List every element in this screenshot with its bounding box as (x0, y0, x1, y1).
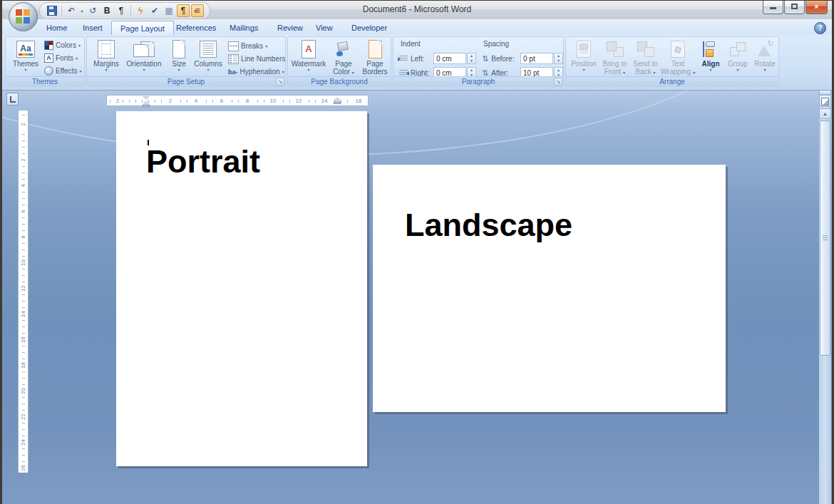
themes-button[interactable]: Aa Themes ▾ (10, 38, 41, 77)
ruler-number: 16 (19, 335, 28, 344)
margins-icon (98, 38, 115, 60)
tab-references[interactable]: References (168, 21, 225, 35)
line-numbers-button[interactable]: Line Numbers▾ (228, 53, 289, 65)
scrollbar-thumb[interactable] (820, 120, 830, 356)
undo-button[interactable]: ↶ (65, 4, 78, 17)
right-indent-marker-base[interactable] (334, 102, 341, 104)
group-button[interactable]: Group ▾ (724, 38, 751, 77)
page-setup-dialog-launcher[interactable]: ↘ (276, 78, 284, 86)
chevron-down-icon: ▾ (24, 68, 26, 72)
breaks-button[interactable]: Breaks▾ (228, 40, 267, 52)
macro-button[interactable]: ϟ (134, 4, 147, 17)
watermark-icon: A (302, 38, 316, 60)
maximize-button[interactable] (784, 1, 805, 14)
vertical-ruler[interactable]: 2 2 4 6 8 10 12 14 16 18 20 22 24 26 (18, 110, 29, 472)
size-icon (173, 38, 185, 60)
tab-insert[interactable]: Insert (74, 21, 111, 35)
theme-effects-icon (44, 66, 53, 76)
chevron-down-icon: ▾ (736, 68, 738, 72)
save-button[interactable] (46, 4, 58, 17)
tab-stop-selector[interactable] (6, 93, 19, 106)
maximize-icon (791, 4, 798, 9)
vertical-scrollbar[interactable]: ▲ (819, 91, 831, 504)
rotate-icon: ↻ (756, 38, 773, 60)
qat-customize-button[interactable]: ▾ (189, 5, 202, 18)
portrait-text: Portrait (146, 145, 260, 178)
theme-colors-icon (44, 41, 53, 50)
tab-view[interactable]: View (307, 21, 341, 35)
send-to-back-button[interactable]: Send to Back ▾ (630, 38, 661, 77)
indent-left-icon (399, 56, 408, 62)
spacing-before-icon: ⇅ (482, 54, 488, 63)
chevron-down-icon: ▾ (763, 68, 766, 72)
spacing-before-input[interactable] (520, 53, 553, 64)
ribbon: Aa Themes ▾ Colors▾ A Fonts▾ Effects▾ Th… (2, 35, 832, 91)
position-icon (577, 38, 591, 60)
horizontal-ruler[interactable]: 2 2 4 6 8 10 12 14 18 (106, 95, 369, 106)
office-button[interactable] (9, 2, 38, 31)
indent-left-stepper[interactable]: ▲▼ (467, 53, 476, 64)
pilcrow-button[interactable]: ¶ (115, 4, 128, 17)
ruler-number: 4 (19, 181, 28, 190)
columns-button[interactable]: Columns ▾ (192, 38, 224, 77)
scroll-up-button[interactable]: ▲ (819, 108, 831, 119)
undo-icon: ↶ (68, 6, 75, 16)
rotate-button[interactable]: ↻ Rotate ▾ (751, 38, 778, 77)
window-inner: Document6 - Microsoft Word × ↶ ▾ ↺ B ¶ ϟ… (2, 1, 832, 504)
help-button[interactable]: ? (814, 22, 826, 34)
bring-to-front-button[interactable]: Bring to Front ▾ (599, 38, 630, 77)
show-formatting-button[interactable]: ¶ (177, 4, 190, 17)
theme-colors-button[interactable]: Colors▾ (44, 39, 81, 51)
size-button[interactable]: Size ▾ (165, 38, 192, 77)
left-indent-marker[interactable] (143, 105, 150, 107)
chevron-down-icon: ▾ (653, 71, 655, 75)
ruler-number: 6 (217, 97, 227, 105)
tab-review[interactable]: Review (269, 21, 312, 35)
text-wrapping-button[interactable]: Text Wrapping ▾ (661, 38, 695, 77)
view-ruler-icon (821, 98, 829, 106)
title-bar[interactable]: Document6 - Microsoft Word × ↶ ▾ ↺ B ¶ ϟ… (2, 1, 832, 20)
page-landscape[interactable]: Landscape (373, 165, 726, 412)
tab-page-layout[interactable]: Page Layout (111, 21, 174, 35)
spin-up-icon: ▲ (555, 53, 562, 58)
table-icon: ▦ (165, 6, 173, 16)
margins-button[interactable]: Margins ▾ (90, 38, 123, 77)
quick-access-toolbar: ↶ ▾ ↺ B ¶ ϟ ✔ ▦ ¶ ≡ (39, 2, 210, 19)
position-button[interactable]: Position ▾ (569, 38, 599, 77)
indent-left-input[interactable] (433, 53, 466, 64)
table-draw-button[interactable]: ▦ (163, 4, 175, 17)
page-borders-button[interactable]: Page Borders (359, 38, 391, 77)
bold-button[interactable]: B (101, 4, 113, 17)
tab-home[interactable]: Home (38, 21, 76, 35)
spellcheck-button[interactable]: ✔ (148, 4, 161, 17)
spellcheck-icon: ✔ (151, 6, 158, 16)
ruler-number: 8 (19, 232, 28, 242)
theme-effects-button[interactable]: Effects▾ (44, 65, 81, 77)
ruler-number: 10 (268, 97, 278, 105)
minimize-button[interactable] (763, 1, 783, 14)
ruler-toggle-button[interactable] (819, 95, 831, 107)
page-portrait[interactable]: Portrait (116, 111, 367, 466)
themes-icon: Aa (16, 38, 35, 60)
group-themes: Aa Themes ▾ Colors▾ A Fonts▾ Effects▾ Th… (5, 36, 85, 87)
tab-developer[interactable]: Developer (343, 21, 396, 35)
breaks-icon (228, 41, 239, 51)
redo-button[interactable]: ↺ (86, 4, 99, 17)
ruler-number: 18 (354, 97, 364, 105)
orientation-button[interactable]: Orientation ▾ (123, 38, 165, 77)
spacing-before-stepper[interactable]: ▲▼ (554, 53, 563, 64)
undo-dropdown[interactable]: ▾ (79, 4, 85, 17)
align-button[interactable]: Align ▾ (698, 38, 724, 77)
help-icon: ? (818, 24, 822, 32)
tab-mailings[interactable]: Mailings (221, 21, 267, 35)
first-line-indent-marker[interactable] (143, 95, 150, 99)
paragraph-dialog-launcher[interactable]: ↘ (554, 78, 562, 86)
left-tab-icon (10, 96, 16, 103)
close-button[interactable]: × (805, 1, 828, 14)
theme-fonts-button[interactable]: A Fonts▾ (44, 52, 78, 64)
chevron-down-icon: ▾ (582, 68, 585, 72)
spacing-heading: Spacing (483, 40, 509, 48)
group-icon (730, 38, 746, 60)
watermark-button[interactable]: A Watermark ▾ (291, 38, 326, 77)
page-color-button[interactable]: Page Color ▾ (328, 38, 359, 77)
